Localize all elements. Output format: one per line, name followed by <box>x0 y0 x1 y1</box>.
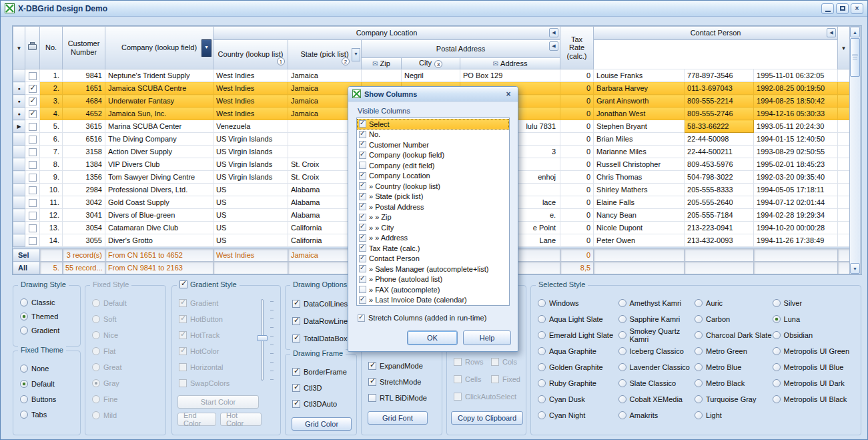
column-item-checkbox[interactable] <box>359 120 366 128</box>
column-item-city[interactable]: » » City <box>357 222 509 233</box>
cell-company[interactable]: Divers of Blue-green <box>105 209 213 222</box>
row-select-checkbox[interactable] <box>29 161 37 169</box>
cell-manager[interactable]: Marianne Miles <box>594 146 685 158</box>
radio-metro-blue[interactable]: Metro Blue <box>695 359 773 375</box>
row-checkbox-cell[interactable] <box>25 133 40 146</box>
column-item-postal-address[interactable]: » Postal Address <box>357 202 509 212</box>
radio-auric[interactable]: Auric <box>695 295 773 311</box>
cell-no[interactable]: 10. <box>40 184 63 196</box>
radio-carbon[interactable]: Carbon <box>695 311 773 327</box>
cell-manager[interactable]: Grant Ainsworth <box>594 95 685 107</box>
collapse-contact-person-button[interactable]: ◀ <box>827 28 836 37</box>
radio-aqua-light-slate[interactable]: Aqua Light Slate <box>538 311 618 327</box>
cell-no[interactable]: 5. <box>40 120 63 133</box>
dialog-close-button[interactable]: × <box>503 89 514 99</box>
radio-amakrits[interactable]: Amakrits <box>618 407 695 423</box>
cell-company[interactable]: Jamaica SCUBA Centre <box>105 82 213 95</box>
cell-country[interactable]: US Virgin Islands <box>213 146 288 158</box>
radio-metropolis-ui-green[interactable]: Metropolis UI Green <box>773 343 858 359</box>
column-item-checkbox[interactable] <box>359 286 366 293</box>
row-select-checkbox[interactable] <box>29 110 37 118</box>
cell-company[interactable]: VIP Divers Club <box>105 158 213 171</box>
cell-manager[interactable]: Nicole Dupont <box>594 222 685 234</box>
checkbox-ctl3dauto[interactable]: Ctl3DAuto <box>292 396 352 412</box>
group-header-postal-address[interactable]: Postal Address◀ <box>362 40 560 58</box>
radio-golden-graphite[interactable]: Golden Graphite <box>538 359 618 375</box>
cell-invoice[interactable]: 1994-11-26 17:38:49 <box>754 234 838 247</box>
column-item-tax-rate-calc[interactable]: Tax Rate (calc.) <box>357 243 509 254</box>
cell-no[interactable]: 4. <box>40 107 63 120</box>
slider-thumb[interactable] <box>257 335 268 341</box>
cell-invoice[interactable]: 1994-08-25 18:50:42 <box>754 95 838 107</box>
grid-color-button[interactable]: Grid Color <box>292 417 352 431</box>
cell-company[interactable]: The Diving Company <box>105 133 213 146</box>
dialog-titlebar[interactable]: Show Columns × <box>348 87 518 101</box>
row-select-checkbox[interactable] <box>29 212 37 220</box>
radio-light[interactable]: Light <box>695 407 773 423</box>
checkbox-expandmode[interactable]: ExpandMode <box>368 358 439 374</box>
cell-invoice[interactable]: 1992-08-25 00:19:50 <box>754 82 838 95</box>
radio-metropolis-ui-black[interactable]: Metropolis UI Black <box>773 391 858 407</box>
row-checkbox-cell[interactable] <box>25 171 40 184</box>
radio-cyan-night[interactable]: Cyan Night <box>538 407 618 423</box>
col-header-city[interactable]: City3 <box>402 58 460 69</box>
cell-cn[interactable]: 3055 <box>63 234 105 247</box>
cell-tax[interactable]: 0 <box>560 234 594 247</box>
row-select-checkbox[interactable] <box>29 237 37 245</box>
row-checkbox-cell[interactable] <box>25 158 40 171</box>
cell-cn[interactable]: 3615 <box>63 120 105 133</box>
radio-metropolis-ui-dark[interactable]: Metropolis UI Dark <box>773 375 858 391</box>
row-checkbox-cell[interactable] <box>25 69 40 82</box>
cell-city[interactable]: Negril <box>402 69 460 82</box>
col-header-address[interactable]: ✉Address <box>460 58 560 69</box>
cell-phone[interactable]: 22-44-50098 <box>685 133 754 146</box>
group-header-contact-person[interactable]: Contact Person◀ <box>594 27 838 40</box>
cell-tax[interactable]: 0 <box>560 209 594 222</box>
cell-tax[interactable]: 0 <box>560 196 594 209</box>
cell-phone[interactable]: 809-555-2746 <box>685 107 754 120</box>
column-item-fax-autocomplete[interactable]: » FAX (autocomplete) <box>357 284 509 295</box>
checkbox-totaldatabox[interactable]: TotalDataBox <box>292 330 352 347</box>
row-select-checkbox[interactable] <box>29 123 37 131</box>
column-item-checkbox[interactable] <box>359 203 366 210</box>
column-item-select[interactable]: Select <box>357 119 509 130</box>
col-header-tax-rate[interactable]: Tax Rate (calc.) <box>560 27 594 69</box>
checkbox-datacollines[interactable]: DataColLines <box>292 295 352 312</box>
cell-phone[interactable]: 213-432-0093 <box>685 234 754 247</box>
cell-no[interactable]: 12. <box>40 209 63 222</box>
cell-manager[interactable]: Jonathan West <box>594 107 685 120</box>
cell-state[interactable]: Jamaica <box>288 69 362 82</box>
row-select-checkbox[interactable] <box>29 224 37 232</box>
cell-address[interactable]: PO Box 129 <box>460 69 560 82</box>
col-header-zip[interactable]: ✉Zip <box>362 58 402 69</box>
checkbox-stretchmode[interactable]: StretchMode <box>368 374 439 390</box>
column-item-phone-autoload-list[interactable]: » Phone (autoload list) <box>357 274 509 285</box>
column-item-zip[interactable]: » » Zip <box>357 212 509 223</box>
row-select-checkbox[interactable] <box>29 72 37 80</box>
ok-button[interactable]: OK <box>407 331 458 345</box>
cell-tax[interactable]: 0 <box>560 82 594 95</box>
cell-tax[interactable]: 0 <box>560 120 594 133</box>
cell-country[interactable]: US Virgin Islands <box>213 171 288 184</box>
checkbox-rtl-bidimode[interactable]: RTL BiDiMode <box>368 390 439 406</box>
radio-metro-black[interactable]: Metro Black <box>695 375 773 391</box>
radio-tabs[interactable]: Tabs <box>20 407 76 422</box>
column-item-checkbox[interactable] <box>359 172 366 180</box>
cell-no[interactable]: 3. <box>40 95 63 107</box>
radio-charcoal-dark-slate[interactable]: Charcoal Dark Slate <box>695 327 773 343</box>
column-item-checkbox[interactable] <box>359 141 366 148</box>
cell-company[interactable]: Underwater Fantasy <box>105 95 213 107</box>
cell-phone[interactable]: 58-33-66222 <box>685 120 754 133</box>
column-item-state-pick-list[interactable]: » State (pick list) <box>357 192 509 202</box>
cell-tax[interactable]: 0 <box>560 158 594 171</box>
cell-company[interactable]: Tom Sawyer Diving Centre <box>105 171 213 184</box>
radio-obsidian[interactable]: Obsidian <box>773 327 858 343</box>
column-item-checkbox[interactable] <box>359 162 366 169</box>
stretch-columns-option[interactable]: Stretch Columns (added in run-time) <box>358 314 518 322</box>
column-item-country-lookup-list[interactable]: » Country (lookup list) <box>357 181 509 192</box>
cell-phone[interactable]: 205-555-8333 <box>685 184 754 196</box>
column-item-checkbox[interactable] <box>359 296 366 304</box>
column-item-contact-person[interactable]: Contact Person <box>357 254 509 264</box>
cell-no[interactable]: 1. <box>40 69 63 82</box>
maximize-button[interactable] <box>836 3 849 14</box>
